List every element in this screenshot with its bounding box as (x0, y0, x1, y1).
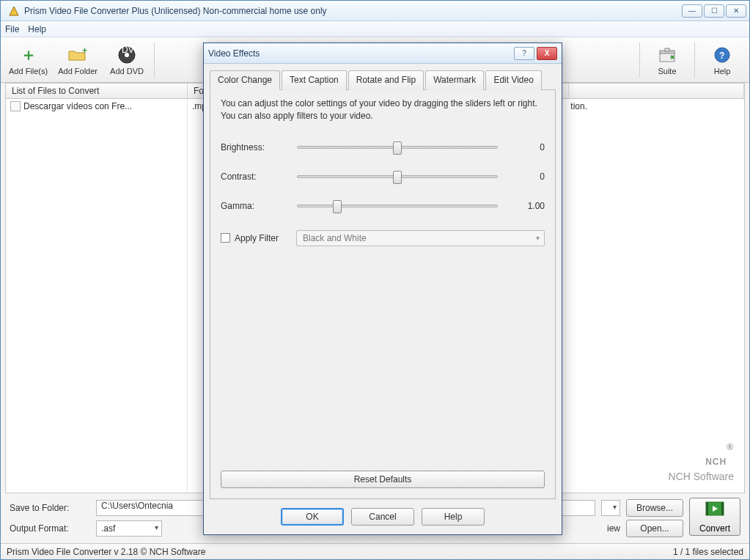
brightness-row: Brightness: 0 (221, 133, 545, 162)
preview-label-partial: iew (607, 523, 620, 534)
reset-defaults-button[interactable]: Reset Defaults (221, 471, 545, 488)
dialog-button-row: OK Cancel Help (210, 499, 556, 528)
add-dvd-button[interactable]: DVD Add DVD (103, 40, 151, 81)
minimize-button[interactable]: — (682, 4, 702, 18)
app-icon (8, 5, 20, 17)
folder-plus-icon: + (67, 45, 88, 65)
video-effects-dialog: Video Effects ? X Color Change Text Capt… (203, 43, 562, 535)
tab-rotate-flip[interactable]: Rotate and Flip (348, 70, 424, 90)
tab-text-caption[interactable]: Text Caption (282, 70, 347, 90)
svg-text:+: + (82, 47, 87, 56)
window-title: Prism Video File Converter Plus (Unlicen… (24, 6, 682, 16)
menu-file[interactable]: File (5, 24, 19, 34)
svg-rect-12 (721, 502, 724, 515)
statusbar: Prism Video File Converter v 2.18 © NCH … (1, 543, 749, 559)
nch-logo: NCH® NCH Software (669, 442, 734, 482)
status-version: Prism Video File Converter v 2.18 © NCH … (7, 547, 205, 557)
svg-rect-11 (706, 502, 708, 515)
gamma-row: Gamma: 1.00 (221, 191, 545, 221)
contrast-slider[interactable] (297, 175, 498, 178)
suite-icon (657, 45, 677, 65)
tab-watermark[interactable]: Watermark (425, 70, 484, 90)
file-row[interactable]: Descargar vídeos con Fre... (6, 99, 187, 114)
output-format-label: Output Format: (10, 523, 90, 534)
brightness-slider[interactable] (297, 146, 498, 149)
add-files-button[interactable]: ＋ Add File(s) (4, 40, 53, 81)
dialog-close-button[interactable]: X (537, 47, 557, 60)
help-button[interactable]: ? Help (698, 40, 746, 81)
tab-edit-video[interactable]: Edit Video (485, 70, 542, 90)
tab-color-change[interactable]: Color Change (210, 70, 280, 90)
color-hint-text: You can adjust the color settings of you… (221, 97, 545, 122)
svg-text:?: ? (719, 51, 724, 61)
toolbar-separator (639, 43, 640, 78)
dialog-titlebar[interactable]: Video Effects ? X (204, 43, 562, 64)
toolbar-separator (154, 43, 155, 78)
tab-panel-color: You can adjust the color settings of you… (210, 90, 556, 499)
svg-text:DVD: DVD (122, 45, 136, 55)
close-button[interactable]: ✕ (726, 4, 746, 18)
dialog-tabs: Color Change Text Caption Rotate and Fli… (210, 70, 556, 90)
filter-select[interactable]: Black and White (296, 230, 545, 246)
dvd-icon: DVD (117, 45, 137, 65)
apply-filter-checkbox[interactable] (221, 233, 230, 243)
file-icon (10, 101, 21, 111)
dialog-help-icon-button[interactable]: ? (514, 47, 534, 60)
help-icon: ? (712, 45, 732, 65)
convert-icon (705, 500, 725, 522)
gamma-value: 1.00 (508, 201, 545, 211)
filter-row: Apply Filter Black and White (221, 225, 545, 251)
slider-thumb-icon[interactable] (393, 171, 402, 184)
slider-thumb-icon[interactable] (333, 200, 342, 213)
titlebar[interactable]: Prism Video File Converter Plus (Unlicen… (1, 1, 749, 21)
suite-button[interactable]: Suite (643, 40, 691, 81)
dialog-help-button[interactable]: Help (422, 508, 485, 526)
apply-filter-label: Apply Filter (235, 233, 296, 243)
plus-icon: ＋ (18, 45, 39, 65)
status-selection: 1 / 1 files selected (673, 547, 743, 557)
save-to-label: Save to Folder: (10, 503, 90, 513)
column-hidden-2[interactable] (569, 84, 744, 98)
convert-button[interactable]: Convert (689, 498, 740, 536)
file-name: Descargar vídeos con Fre... (23, 101, 132, 111)
browse-button[interactable]: Browse... (626, 499, 683, 517)
ok-button[interactable]: OK (281, 508, 344, 526)
menubar: File Help (1, 21, 749, 37)
cancel-button[interactable]: Cancel (351, 508, 414, 526)
open-button[interactable]: Open... (626, 520, 683, 537)
dialog-title: Video Effects (208, 48, 512, 59)
save-to-dropdown[interactable] (601, 500, 620, 516)
contrast-label: Contrast: (221, 172, 287, 182)
gamma-label: Gamma: (221, 201, 287, 211)
contrast-value: 0 (508, 172, 545, 182)
output-format-select[interactable]: .asf (96, 520, 162, 537)
toolbar-separator (694, 43, 695, 78)
slider-thumb-icon[interactable] (393, 141, 402, 155)
add-folder-button[interactable]: + Add Folder (53, 40, 103, 81)
contrast-row: Contrast: 0 (221, 162, 545, 191)
brightness-value: 0 (508, 142, 545, 152)
menu-help[interactable]: Help (28, 24, 46, 34)
svg-rect-7 (665, 48, 669, 51)
svg-marker-0 (10, 7, 18, 15)
brightness-label: Brightness: (221, 142, 287, 152)
gamma-slider[interactable] (297, 205, 498, 207)
maximize-button[interactable]: ☐ (704, 4, 724, 18)
column-files[interactable]: List of Files to Convert (6, 84, 188, 98)
